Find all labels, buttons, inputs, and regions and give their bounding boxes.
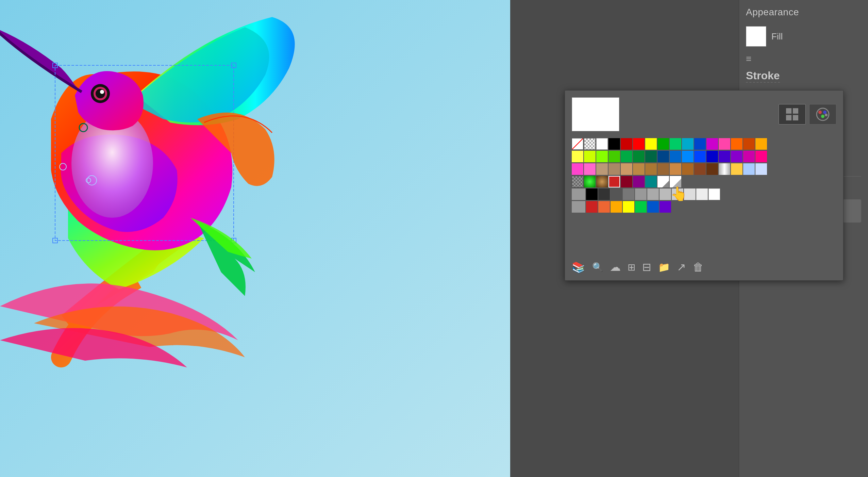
gray5-swatch[interactable] [647, 188, 659, 200]
swatch-pink3[interactable] [584, 163, 596, 175]
swatch-tan[interactable] [596, 163, 608, 175]
swatch-orange[interactable] [731, 138, 742, 150]
color-picker-top [572, 97, 836, 131]
bright-orange-swatch[interactable] [598, 201, 610, 213]
gray9-swatch[interactable] [696, 188, 708, 200]
white-arrow-swatch[interactable] [657, 176, 669, 187]
red-active-swatch[interactable] [608, 176, 620, 187]
canvas-area[interactable] [0, 0, 510, 477]
gray1-swatch[interactable] [598, 188, 610, 200]
swatch-brown2[interactable] [657, 163, 669, 175]
swatch-hot-pink[interactable] [755, 151, 767, 162]
color-picker-icons [779, 104, 836, 125]
svg-point-22 [825, 114, 828, 116]
swatch-row-4 [572, 176, 836, 187]
swatch-blue[interactable] [694, 138, 706, 150]
grid-view-button[interactable] [779, 104, 806, 125]
swatch-dark-brown[interactable] [694, 163, 706, 175]
swatch-pink[interactable] [719, 138, 730, 150]
grid-toolbar-icon[interactable]: ⊞ [628, 262, 635, 273]
swatch-violet[interactable] [731, 151, 742, 162]
swatch-teal[interactable] [670, 138, 681, 150]
swatch-green[interactable] [657, 138, 669, 150]
bright-red-swatch[interactable] [586, 201, 598, 213]
gray7-swatch[interactable] [672, 188, 683, 200]
swatch-darkest-brown[interactable] [706, 163, 718, 175]
bright-folder-swatch[interactable] [572, 201, 585, 213]
bright-amber-swatch[interactable] [611, 201, 622, 213]
library-toolbar-icon[interactable]: 📚 [572, 261, 585, 274]
green-pattern-swatch[interactable] [584, 176, 596, 187]
fill-row: Fill [746, 26, 861, 47]
swatch-cyan[interactable] [682, 138, 694, 150]
bright-purple-swatch[interactable] [660, 201, 671, 213]
pattern-swatch[interactable] [584, 138, 596, 150]
swatch-green3[interactable] [621, 151, 632, 162]
palette-button[interactable] [809, 104, 836, 125]
move-toolbar-icon[interactable]: ↗ [677, 261, 686, 274]
swatch-brown-orange[interactable] [743, 138, 755, 150]
swatch-dark-green[interactable] [645, 151, 657, 162]
swatch-magenta[interactable] [706, 138, 718, 150]
swatch-amber[interactable] [755, 138, 767, 150]
swatch-dark-blue[interactable] [706, 151, 718, 162]
swatch-brown3[interactable] [670, 163, 681, 175]
white-swatch2[interactable] [708, 188, 720, 200]
swatch-powder-blue[interactable] [755, 163, 767, 175]
swatch-green-bright[interactable] [596, 151, 608, 162]
gray-folder-swatch[interactable] [572, 188, 585, 200]
cloud-toolbar-icon[interactable]: ☁ [610, 261, 621, 274]
purple-swatch[interactable] [633, 176, 645, 187]
gray3-swatch[interactable] [623, 188, 634, 200]
swatch-red[interactable] [633, 138, 645, 150]
white-swatch[interactable] [596, 138, 608, 150]
bright-green-swatch[interactable] [635, 201, 647, 213]
bright-blue-swatch[interactable] [647, 201, 659, 213]
swatch-gold[interactable] [731, 163, 742, 175]
search-toolbar-icon[interactable]: 🔍 [592, 262, 603, 273]
arrow-swatch[interactable] [670, 176, 681, 187]
swatch-tan4[interactable] [633, 163, 645, 175]
swatch-dark-red[interactable] [621, 138, 632, 150]
swatch-green4[interactable] [633, 151, 645, 162]
gray4-swatch[interactable] [635, 188, 647, 200]
dark-red-swatch[interactable] [621, 176, 632, 187]
swatch-purple[interactable] [743, 151, 755, 162]
black-swatch2[interactable] [586, 188, 598, 200]
swatch-green2[interactable] [608, 151, 620, 162]
gray8-swatch[interactable] [684, 188, 696, 200]
fill-color-box[interactable] [746, 26, 766, 47]
swatch-yellow[interactable] [645, 138, 657, 150]
swatch-silver[interactable] [719, 163, 730, 175]
swatch-light-blue[interactable] [743, 163, 755, 175]
none-swatch[interactable] [572, 138, 583, 150]
swatch-indigo[interactable] [719, 151, 730, 162]
svg-point-5 [100, 90, 104, 94]
swatch-blue2[interactable] [694, 151, 706, 162]
swatch-pink2[interactable] [572, 163, 583, 175]
color-preview-box[interactable] [572, 97, 619, 131]
swatch-lime[interactable] [584, 151, 596, 162]
swatch-brown4[interactable] [682, 163, 694, 175]
hummingbird-container [0, 0, 510, 477]
swatch-mid-blue[interactable] [670, 151, 681, 162]
delete-toolbar-icon[interactable]: 🗑 [693, 261, 704, 274]
svg-point-21 [821, 115, 824, 118]
swatch-yellow-light[interactable] [572, 151, 583, 162]
swatch-brown[interactable] [645, 163, 657, 175]
black-swatch[interactable] [608, 138, 620, 150]
swatch-row-3 [572, 163, 836, 175]
folder-toolbar-icon[interactable]: 📁 [658, 262, 670, 273]
swatch-navy[interactable] [657, 151, 669, 162]
gray2-swatch[interactable] [611, 188, 622, 200]
swatch-tan3[interactable] [621, 163, 632, 175]
table-toolbar-icon[interactable]: ⊟ [642, 261, 651, 274]
swatch-tan2[interactable] [608, 163, 620, 175]
teal-swatch[interactable] [645, 176, 657, 187]
brown-texture-swatch[interactable] [596, 176, 608, 187]
gray6-swatch[interactable] [660, 188, 671, 200]
color-picker-popup[interactable]: 📚 🔍 ☁ ⊞ ⊟ 📁 ↗ 🗑 👆 [565, 90, 844, 281]
bright-yellow-swatch[interactable] [623, 201, 634, 213]
swatch-sky-blue[interactable] [682, 151, 694, 162]
transparent-swatch[interactable] [572, 176, 583, 187]
